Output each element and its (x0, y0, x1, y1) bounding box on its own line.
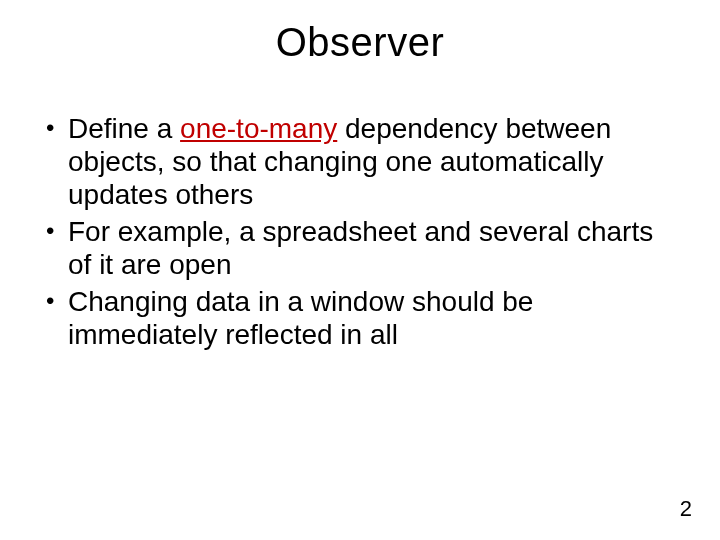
bullet-list: Define a one-to-many dependency between … (40, 112, 680, 351)
slide: Observer Define a one-to-many dependency… (0, 0, 720, 540)
bullet-text-pre: Define a (68, 113, 180, 144)
bullet-item: Changing data in a window should be imme… (40, 285, 680, 351)
page-number: 2 (680, 496, 692, 522)
bullet-highlight: one-to-many (180, 113, 337, 144)
bullet-item: For example, a spreadsheet and several c… (40, 215, 680, 281)
bullet-text-pre: For example, a spreadsheet and several c… (68, 216, 653, 280)
bullet-item: Define a one-to-many dependency between … (40, 112, 680, 211)
slide-title: Observer (0, 20, 720, 65)
bullet-text-pre: Changing data in a window should be imme… (68, 286, 533, 350)
slide-body: Define a one-to-many dependency between … (40, 112, 680, 355)
